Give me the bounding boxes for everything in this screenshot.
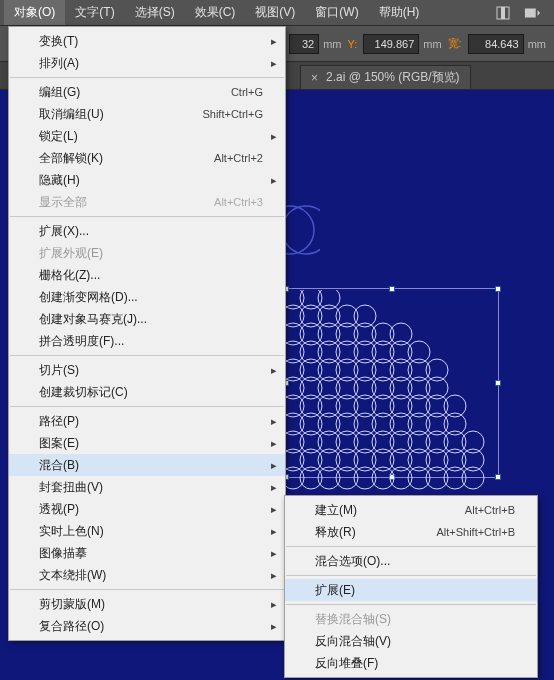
menu-object[interactable]: 对象(O) xyxy=(4,0,65,25)
object-menu-item-shortcut: Shift+Ctrl+G xyxy=(202,108,263,120)
object-menu-item-17[interactable]: 切片(S) xyxy=(9,359,285,381)
svg-point-97 xyxy=(444,467,466,489)
svg-point-58 xyxy=(318,413,340,435)
menubar: 对象(O) 文字(T) 选择(S) 效果(C) 视图(V) 窗口(W) 帮助(H… xyxy=(0,0,554,26)
svg-point-16 xyxy=(336,323,358,345)
svg-point-59 xyxy=(336,413,358,435)
workspace-icon[interactable] xyxy=(524,6,542,20)
svg-point-21 xyxy=(300,341,322,363)
menu-help[interactable]: 帮助(H) xyxy=(369,0,430,25)
object-menu-item-label: 剪切蒙版(M) xyxy=(39,596,263,613)
object-menu-item-label: 编组(G) xyxy=(39,84,231,101)
object-menu-item-label: 全部解锁(K) xyxy=(39,150,214,167)
svg-point-93 xyxy=(372,467,394,489)
svg-point-43 xyxy=(390,377,412,399)
svg-point-82 xyxy=(372,449,394,471)
object-menu-item-4[interactable]: 取消编组(U)Shift+Ctrl+G xyxy=(9,103,285,125)
svg-point-8 xyxy=(285,305,304,327)
menubar-right xyxy=(494,6,550,20)
blend-menu-item-shortcut: Alt+Ctrl+B xyxy=(465,504,515,516)
object-menu-item-25[interactable]: 实时上色(N) xyxy=(9,520,285,542)
object-menu-item-1[interactable]: 排列(A) xyxy=(9,52,285,74)
menu-view[interactable]: 视图(V) xyxy=(245,0,305,25)
svg-point-91 xyxy=(336,467,358,489)
object-menu-item-label: 透视(P) xyxy=(39,501,263,518)
object-menu-item-11: 扩展外观(E) xyxy=(9,242,285,264)
svg-point-53 xyxy=(408,395,430,417)
menu-text[interactable]: 文字(T) xyxy=(65,0,124,25)
svg-point-44 xyxy=(408,377,430,399)
object-menu-item-label: 创建渐变网格(D)... xyxy=(39,289,263,306)
blend-menu-item-8[interactable]: 反向混合轴(V) xyxy=(285,630,537,652)
object-menu-item-14[interactable]: 创建对象马赛克(J)... xyxy=(9,308,285,330)
svg-point-88 xyxy=(285,467,304,489)
svg-point-26 xyxy=(390,341,412,363)
svg-point-86 xyxy=(444,449,466,471)
blend-menu-item-7: 替换混合轴(S) xyxy=(285,608,537,630)
object-menu-item-22[interactable]: 混合(B) xyxy=(9,454,285,476)
w-label: 宽: xyxy=(448,36,462,51)
svg-point-46 xyxy=(285,395,304,417)
object-menu-item-8: 显示全部Alt+Ctrl+3 xyxy=(9,191,285,213)
menu-effect[interactable]: 效果(C) xyxy=(185,0,246,25)
svg-point-54 xyxy=(426,395,448,417)
blend-menu-item-9[interactable]: 反向堆叠(F) xyxy=(285,652,537,674)
object-menu-item-label: 复合路径(O) xyxy=(39,618,263,635)
blend-menu-item-label: 混合选项(O)... xyxy=(315,553,515,570)
blend-menu-item-1[interactable]: 释放(R)Alt+Shift+Ctrl+B xyxy=(285,521,537,543)
object-menu-item-20[interactable]: 路径(P) xyxy=(9,410,285,432)
object-menu-item-label: 图像描摹 xyxy=(39,545,263,562)
x-input[interactable] xyxy=(289,34,319,54)
object-menu-item-13[interactable]: 创建渐变网格(D)... xyxy=(9,286,285,308)
object-menu-item-12[interactable]: 栅格化(Z)... xyxy=(9,264,285,286)
object-menu-item-label: 锁定(L) xyxy=(39,128,263,145)
object-menu-item-21[interactable]: 图案(E) xyxy=(9,432,285,454)
object-menu-item-27[interactable]: 文本绕排(W) xyxy=(9,564,285,586)
svg-point-42 xyxy=(372,377,394,399)
object-menu-dropdown: 变换(T)排列(A)编组(G)Ctrl+G取消编组(U)Shift+Ctrl+G… xyxy=(8,26,286,641)
svg-point-51 xyxy=(372,395,394,417)
close-icon[interactable]: × xyxy=(311,71,318,85)
object-menu-item-29[interactable]: 剪切蒙版(M) xyxy=(9,593,285,615)
doc-icon[interactable] xyxy=(494,6,512,20)
menu-select[interactable]: 选择(S) xyxy=(125,0,185,25)
object-menu-item-26[interactable]: 图像描摹 xyxy=(9,542,285,564)
svg-point-7 xyxy=(318,290,340,309)
object-menu-item-15[interactable]: 拼合透明度(F)... xyxy=(9,330,285,352)
blend-menu-item-0[interactable]: 建立(M)Alt+Ctrl+B xyxy=(285,499,537,521)
object-menu-item-5[interactable]: 锁定(L) xyxy=(9,125,285,147)
object-menu-item-23[interactable]: 封套扭曲(V) xyxy=(9,476,285,498)
menu-window[interactable]: 窗口(W) xyxy=(305,0,368,25)
svg-point-19 xyxy=(390,323,412,345)
object-menu-item-30[interactable]: 复合路径(O) xyxy=(9,615,285,637)
blend-menu-item-5[interactable]: 扩展(E) xyxy=(285,579,537,601)
object-menu-item-3[interactable]: 编组(G)Ctrl+G xyxy=(9,81,285,103)
object-menu-item-label: 封套扭曲(V) xyxy=(39,479,263,496)
svg-point-81 xyxy=(354,449,376,471)
object-menu-item-18[interactable]: 创建裁切标记(C) xyxy=(9,381,285,403)
object-menu-item-7[interactable]: 隐藏(H) xyxy=(9,169,285,191)
svg-point-48 xyxy=(318,395,340,417)
svg-point-15 xyxy=(318,323,340,345)
object-menu-item-10[interactable]: 扩展(X)... xyxy=(9,220,285,242)
object-menu-item-0[interactable]: 变换(T) xyxy=(9,30,285,52)
document-tab[interactable]: × 2.ai @ 150% (RGB/预览) xyxy=(300,65,471,89)
object-menu-item-24[interactable]: 透视(P) xyxy=(9,498,285,520)
svg-point-71 xyxy=(372,431,394,453)
svg-point-41 xyxy=(354,377,376,399)
svg-point-23 xyxy=(336,341,358,363)
w-input[interactable] xyxy=(468,34,524,54)
object-menu-item-shortcut: Ctrl+G xyxy=(231,86,263,98)
blend-submenu: 建立(M)Alt+Ctrl+B释放(R)Alt+Shift+Ctrl+B混合选项… xyxy=(284,495,538,678)
object-menu-sep xyxy=(10,355,284,356)
svg-point-62 xyxy=(390,413,412,435)
svg-point-36 xyxy=(426,359,448,381)
blend-menu-item-label: 反向堆叠(F) xyxy=(315,655,515,672)
svg-point-29 xyxy=(300,359,322,381)
svg-point-65 xyxy=(444,413,466,435)
y-input[interactable] xyxy=(363,34,419,54)
object-menu-item-label: 变换(T) xyxy=(39,33,263,50)
object-menu-item-6[interactable]: 全部解锁(K)Alt+Ctrl+2 xyxy=(9,147,285,169)
y-unit: mm xyxy=(423,38,441,50)
blend-menu-item-3[interactable]: 混合选项(O)... xyxy=(285,550,537,572)
